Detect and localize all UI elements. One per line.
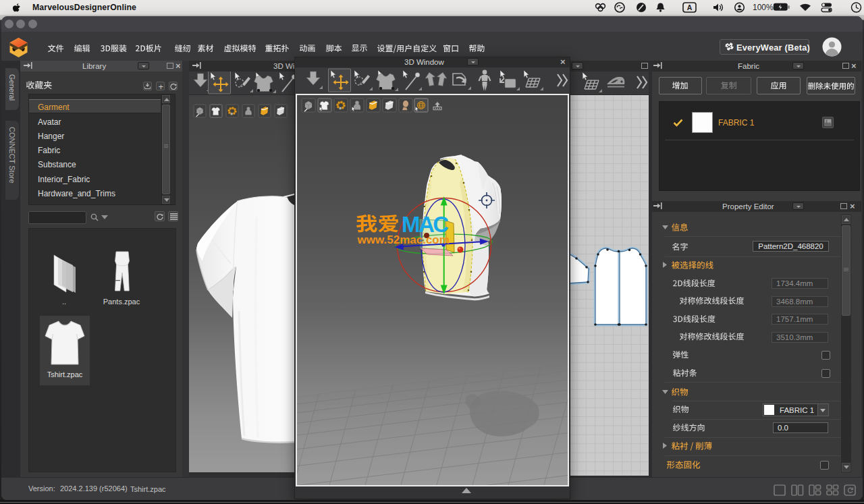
svg-text:A: A [687,3,693,11]
